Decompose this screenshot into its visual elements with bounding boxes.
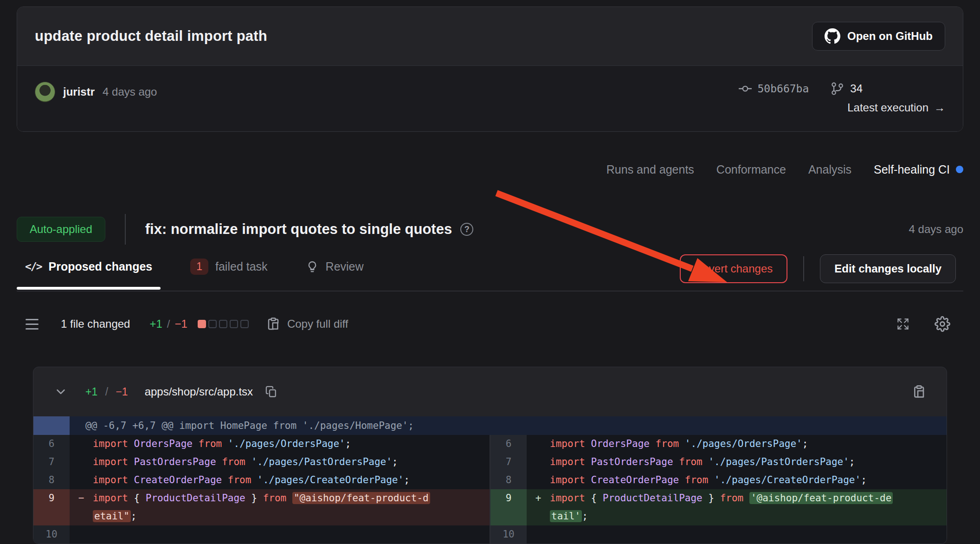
- diff-marker: [70, 471, 93, 489]
- edit-changes-locally-button[interactable]: Edit changes locally: [820, 254, 956, 283]
- diff-marker: +: [527, 489, 550, 525]
- diff-line: 6import OrdersPage from './pages/OrdersP…: [490, 435, 947, 453]
- tab-review-label: Review: [326, 260, 364, 273]
- file-stats: +1 / −1: [85, 386, 128, 398]
- line-number: 9: [33, 489, 70, 525]
- diff-line: 7import PastOrdersPage from './pages/Pas…: [33, 453, 490, 471]
- gear-icon[interactable]: [935, 316, 950, 332]
- file-diff-card: +1 / −1 apps/shop/src/app.tsx @@ -6,7 +6…: [33, 367, 947, 544]
- avatar[interactable]: [35, 82, 55, 102]
- hunk-gutter-block: [33, 416, 70, 435]
- copy-file-diff-icon[interactable]: [911, 384, 926, 399]
- file-stat-slash: /: [105, 386, 108, 398]
- latest-execution-link[interactable]: Latest execution →: [847, 101, 945, 114]
- code-line: import PastOrdersPage from './pages/Past…: [93, 453, 490, 471]
- files-changed-label: 1 file changed: [61, 317, 130, 330]
- author-group: juristr 4 days ago: [35, 82, 157, 102]
- diff-split-view: 6import OrdersPage from './pages/OrdersP…: [33, 435, 947, 544]
- diff-line: 10: [490, 525, 947, 544]
- diff-marker: −: [70, 489, 93, 525]
- tab-failed-task[interactable]: 1 failed task: [182, 246, 276, 291]
- diff-pane-new: 6import OrdersPage from './pages/OrdersP…: [490, 435, 947, 544]
- commit-sha: 50b667ba: [758, 83, 809, 95]
- auto-applied-badge: Auto-applied: [17, 217, 105, 242]
- diff-block: [198, 320, 206, 328]
- github-icon: [825, 28, 840, 44]
- diff-block: [230, 320, 238, 328]
- nav-conformance[interactable]: Conformance: [716, 163, 786, 176]
- diff-marker: [70, 525, 93, 544]
- page-title: update product detail import path: [35, 28, 267, 45]
- hunk-text: @@ -6,7 +6,7 @@ import HomePage from './…: [85, 416, 414, 435]
- diff-pane-old: 6import OrdersPage from './pages/OrdersP…: [33, 435, 490, 544]
- clipboard-icon: [266, 317, 280, 331]
- expand-icon[interactable]: [896, 317, 910, 331]
- top-nav: Runs and agents Conformance Analysis Sel…: [17, 162, 963, 177]
- commit-sha-link[interactable]: 50b667ba: [739, 82, 809, 95]
- file-deletions: −1: [116, 386, 128, 398]
- nav-self-healing-ci-label: Self-healing CI: [874, 163, 950, 176]
- diff-line: 9−import { ProductDetailPage } from "@ai…: [33, 489, 490, 525]
- page: update product detail import path Open o…: [0, 0, 980, 544]
- deletions-stat: −1: [175, 317, 187, 330]
- diff-marker: [527, 471, 550, 489]
- additions-stat: +1: [149, 317, 162, 330]
- diff-block: [240, 320, 249, 328]
- help-icon[interactable]: ?: [460, 223, 473, 236]
- diff-line: 7import PastOrdersPage from './pages/Pas…: [490, 453, 947, 471]
- arrow-right-icon: →: [934, 101, 945, 114]
- code-line: [550, 525, 947, 544]
- hunk-header: @@ -6,7 +6,7 @@ import HomePage from './…: [33, 416, 947, 435]
- tab-proposed-changes-label: Proposed changes: [49, 260, 153, 273]
- diff-line: 8import CreateOrderPage from './pages/Cr…: [33, 471, 490, 489]
- diff-toolbar: 1 file changed +1 / −1 Copy full diff: [17, 305, 963, 343]
- line-number: 10: [33, 525, 70, 544]
- nav-runs-and-agents[interactable]: Runs and agents: [606, 163, 694, 176]
- code-line: import OrdersPage from './pages/OrdersPa…: [550, 435, 947, 453]
- nav-self-healing-ci[interactable]: Self-healing CI: [874, 163, 963, 176]
- file-list-menu-icon[interactable]: [26, 319, 39, 330]
- line-number: 8: [490, 471, 527, 489]
- line-number: 7: [490, 453, 527, 471]
- code-line: import CreateOrderPage from './pages/Cre…: [550, 471, 947, 489]
- execution-count-link[interactable]: 34: [830, 82, 863, 96]
- diff-block-indicator: [198, 320, 249, 328]
- code-line: import { ProductDetailPage } from '@aish…: [550, 489, 947, 525]
- tab-failed-task-label: failed task: [215, 260, 268, 273]
- chevron-down-icon[interactable]: [54, 385, 68, 399]
- tab-review[interactable]: Review: [297, 246, 372, 291]
- diff-line: 6import OrdersPage from './pages/OrdersP…: [33, 435, 490, 453]
- diff-line: 10: [33, 525, 490, 544]
- revert-changes-button[interactable]: Revert changes: [680, 254, 787, 283]
- git-branch-icon: [830, 82, 844, 96]
- open-on-github-button[interactable]: Open on GitHub: [812, 22, 945, 51]
- commit-card-header: update product detail import path Open o…: [17, 7, 963, 65]
- copy-path-icon[interactable]: [265, 385, 278, 398]
- line-number: 6: [490, 435, 527, 453]
- copy-full-diff-label: Copy full diff: [287, 317, 348, 330]
- code-line: import { ProductDetailPage } from "@aish…: [93, 489, 490, 525]
- tab-actions: Revert changes Edit changes locally: [680, 254, 956, 283]
- nav-analysis[interactable]: Analysis: [808, 163, 851, 176]
- commit-meta: 50b667ba 34 Latest execution →: [739, 82, 945, 114]
- open-on-github-label: Open on GitHub: [847, 30, 933, 43]
- author-name: juristr: [63, 85, 95, 98]
- diff-line: 8import CreateOrderPage from './pages/Cr…: [490, 471, 947, 489]
- latest-execution-label: Latest execution: [847, 101, 928, 114]
- diff-line: 9+import { ProductDetailPage } from '@ai…: [490, 489, 947, 525]
- tab-proposed-changes[interactable]: </> Proposed changes: [17, 246, 161, 291]
- commit-time: 4 days ago: [103, 85, 157, 98]
- tabs-row: </> Proposed changes 1 failed task Revie…: [17, 246, 963, 291]
- commit-card: update product detail import path Open o…: [17, 6, 963, 132]
- execution-count: 34: [850, 82, 863, 95]
- diff-marker: [527, 453, 550, 471]
- code-line: import CreateOrderPage from './pages/Cre…: [93, 471, 490, 489]
- diff-marker: [527, 525, 550, 544]
- line-number: 7: [33, 453, 70, 471]
- commit-meta-row: 50b667ba 34: [739, 82, 863, 96]
- file-path: apps/shop/src/app.tsx: [145, 385, 253, 398]
- button-divider: [803, 256, 804, 281]
- failed-count-badge: 1: [190, 259, 208, 275]
- commit-card-body: juristr 4 days ago 50b667ba 34 Latest ex…: [17, 65, 963, 131]
- copy-full-diff-button[interactable]: Copy full diff: [266, 317, 348, 331]
